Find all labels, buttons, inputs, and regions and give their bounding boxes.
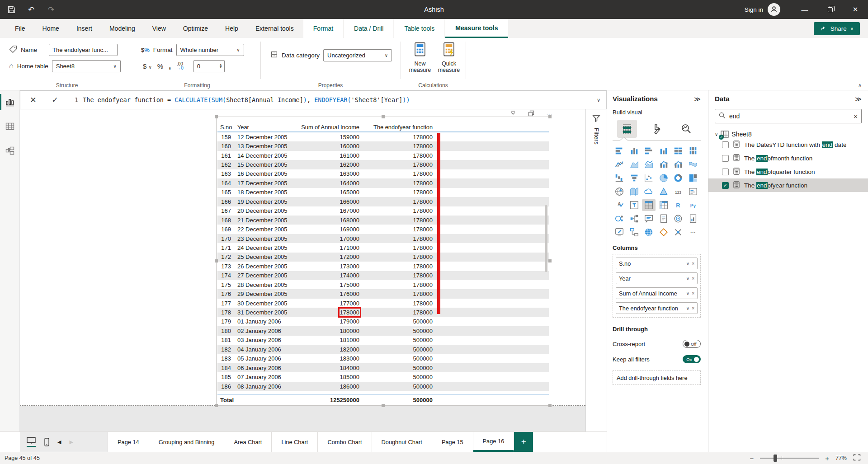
smart-narrative-icon[interactable] <box>657 213 670 225</box>
resize-handle[interactable] <box>548 404 552 407</box>
chevron-down-icon[interactable]: ∨ <box>686 261 689 266</box>
keep-all-filters-toggle[interactable]: On <box>683 355 701 363</box>
table-row[interactable]: 16619 December 2005166000178000 <box>217 197 549 206</box>
table-row[interactable]: 18002 January 2006180000500000 <box>217 326 549 335</box>
100-stacked-column-chart-icon[interactable] <box>686 145 700 157</box>
donut-chart-icon[interactable] <box>671 172 685 184</box>
menu-help[interactable]: Help <box>217 19 247 38</box>
field-checkbox[interactable] <box>722 155 729 162</box>
resize-handle[interactable] <box>548 259 552 262</box>
field-well-year[interactable]: Year∨× <box>616 272 698 284</box>
column-header[interactable]: S.no <box>217 124 235 131</box>
spinner-icons[interactable]: ▲▼ <box>219 63 222 69</box>
multi-row-card-icon[interactable] <box>686 186 700 197</box>
filters-pane-collapsed[interactable]: Filters <box>585 109 607 431</box>
table-row[interactable]: 16114 December 2005161000178000 <box>217 151 549 160</box>
resize-handle[interactable] <box>382 115 385 118</box>
next-page-arrow[interactable]: ▶ <box>69 439 73 445</box>
r-script-visual-icon[interactable]: R <box>671 199 685 211</box>
stacked-area-chart-icon[interactable] <box>642 159 656 170</box>
model-view-button[interactable] <box>4 145 16 157</box>
table-row[interactable]: 16821 December 2005168000178000 <box>217 216 549 225</box>
resize-handle[interactable] <box>215 404 218 407</box>
table-row[interactable]: 16417 December 2005164000178000 <box>217 178 549 187</box>
remove-field-icon[interactable]: × <box>692 276 694 281</box>
new-measure-button[interactable]: New measure <box>407 42 433 80</box>
drill-down-icon[interactable] <box>509 110 517 117</box>
field-checkbox[interactable] <box>722 141 729 148</box>
custom-visual-diamond-icon[interactable] <box>657 226 670 238</box>
home-table-select[interactable]: Sheet8 ∨ <box>52 60 121 72</box>
menu-view[interactable]: View <box>144 19 175 38</box>
field-item-the-endofquarter-function[interactable]: The endofquarter function <box>708 165 868 178</box>
search-input[interactable] <box>729 112 850 120</box>
table-row[interactable]: 18406 January 2006184000500000 <box>217 363 549 372</box>
arcgis-map-icon[interactable] <box>642 226 656 238</box>
decimal-value-input[interactable] <box>194 61 217 71</box>
table-view-button[interactable] <box>4 120 16 133</box>
table-row[interactable]: 16720 December 2005167000178000 <box>217 206 549 216</box>
table-visual-container[interactable]: S.no Year Sum of Annual Income The endof… <box>216 117 550 406</box>
column-header[interactable]: Year <box>235 124 298 131</box>
currency-button[interactable]: $ ∨ <box>143 62 152 70</box>
zoom-out-button[interactable]: − <box>750 455 754 462</box>
remove-field-icon[interactable]: × <box>692 291 694 296</box>
minimize-button[interactable]: — <box>792 0 817 19</box>
line-and-stacked-column-chart-icon[interactable] <box>657 159 670 170</box>
cross-report-toggle[interactable]: Off <box>683 340 701 348</box>
field-item-the-datesytd-function-with-end-date[interactable]: The DatesYTD function with end date <box>708 138 868 151</box>
tab-build-visual[interactable] <box>617 120 637 138</box>
qa-visual-icon[interactable] <box>642 213 656 225</box>
measure-name-input[interactable] <box>49 44 118 56</box>
table-row[interactable]: 17901 January 2006179000500000 <box>217 317 549 326</box>
resize-handle[interactable] <box>382 404 385 407</box>
azure-map-icon[interactable] <box>642 186 656 197</box>
page-tab-grouping-and-binning[interactable]: Grouping and Binning <box>149 432 225 452</box>
chevron-down-icon[interactable]: ∨ <box>686 306 689 311</box>
resize-handle[interactable] <box>215 115 218 118</box>
page-tab-area-chart[interactable]: Area Chart <box>224 432 272 452</box>
page-tab-page-15[interactable]: Page 15 <box>432 432 473 452</box>
add-drill-through-fields-box[interactable]: Add drill-through fields here <box>613 370 701 385</box>
table-row[interactable]: 15912 December 2005159000178000 <box>217 132 549 141</box>
power-apps-visual-icon[interactable] <box>613 226 626 238</box>
page-tab-page-16[interactable]: Page 16 <box>473 432 514 452</box>
field-checkbox[interactable]: ✓ <box>722 182 729 189</box>
remove-field-icon[interactable]: × <box>692 261 694 266</box>
account-avatar[interactable] <box>768 3 780 16</box>
fit-to-page-icon[interactable] <box>853 454 861 462</box>
funnel-chart-icon[interactable] <box>627 172 641 184</box>
report-canvas[interactable]: ··· S.no Year Sum of Annual Income The e… <box>20 109 607 431</box>
formula-input[interactable]: The endofyear function = CALCULATE(SUM(S… <box>83 96 591 103</box>
table-row[interactable]: 16013 December 2005160000178000 <box>217 141 549 150</box>
custom-visual-icon[interactable] <box>671 226 685 238</box>
data-search-box[interactable]: × <box>715 109 862 123</box>
table-tree-item-sheet8[interactable]: ∨ ✓ Sheet8 <box>715 131 862 138</box>
menu-format[interactable]: Format <box>303 19 343 38</box>
sign-in-button[interactable]: Sign in <box>745 3 780 16</box>
clustered-bar-chart-icon[interactable] <box>642 145 656 157</box>
table-scrollbar-thumb[interactable] <box>545 205 547 272</box>
ribbon-chart-icon[interactable] <box>686 159 700 170</box>
stacked-bar-chart-icon[interactable] <box>613 145 626 157</box>
thousands-separator-button[interactable]: , <box>169 61 171 71</box>
shape-map-icon[interactable] <box>657 186 670 197</box>
table-row[interactable]: 17225 December 2005172000178000 <box>217 253 549 262</box>
table-row[interactable]: 18305 January 2006183000500000 <box>217 354 549 363</box>
menu-measure-tools[interactable]: Measure tools <box>445 19 508 38</box>
python-visual-icon[interactable]: Py <box>686 199 700 211</box>
table-row[interactable]: 18204 January 2006182000500000 <box>217 345 549 354</box>
line-and-clustered-column-chart-icon[interactable] <box>671 159 685 170</box>
collapse-pane-icon[interactable]: ≫ <box>855 95 862 103</box>
report-view-button[interactable] <box>4 96 16 108</box>
collapse-ribbon-icon[interactable]: ∧ <box>858 82 862 88</box>
collapse-pane-icon[interactable]: ≫ <box>694 95 701 103</box>
page-tab-page-14[interactable]: Page 14 <box>108 432 149 452</box>
table-row[interactable]: 18608 January 2006186000500000 <box>217 382 549 391</box>
table-row[interactable]: 16215 December 2005162000178000 <box>217 160 549 169</box>
stacked-column-chart-icon[interactable] <box>627 145 641 157</box>
remove-field-icon[interactable]: × <box>692 306 694 311</box>
area-chart-icon[interactable] <box>627 159 641 170</box>
cancel-formula-icon[interactable]: ✕ <box>30 95 36 105</box>
clear-search-icon[interactable]: × <box>854 112 858 120</box>
